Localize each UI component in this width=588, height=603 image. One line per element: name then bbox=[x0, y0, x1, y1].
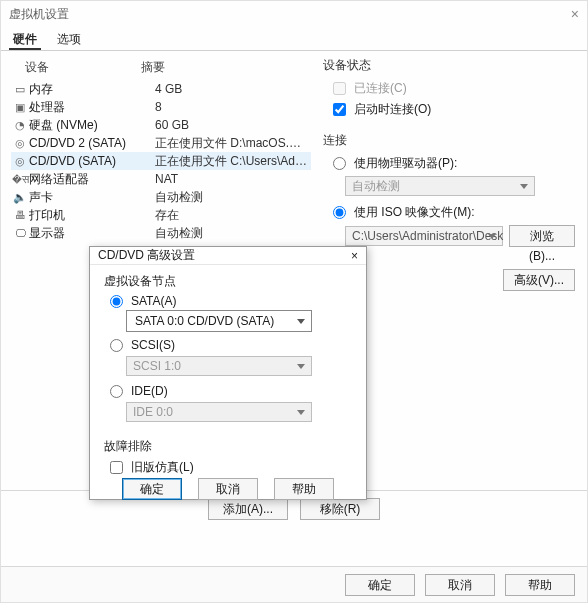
legacy-label: 旧版仿真(L) bbox=[131, 459, 194, 476]
modal-layer: CD/DVD 高级设置 × 虚拟设备节点 SATA(A) SATA 0:0 CD… bbox=[1, 51, 587, 566]
cancel-button[interactable]: 取消 bbox=[425, 574, 495, 596]
sata-node-combo[interactable]: SATA 0:0 CD/DVD (SATA) bbox=[126, 310, 312, 332]
modal-footer: 确定 取消 帮助 bbox=[90, 478, 366, 504]
content-area: 设备 摘要 ▭ 内存 4 GB ▣ 处理器 8 ◔ 硬盘 (NVMe) 60 G… bbox=[1, 51, 587, 566]
modal-close-icon[interactable]: × bbox=[351, 249, 358, 263]
modal-cancel-button[interactable]: 取消 bbox=[198, 478, 258, 500]
ok-button[interactable]: 确定 bbox=[345, 574, 415, 596]
ide-label: IDE(D) bbox=[131, 384, 168, 398]
dialog-footer: 确定 取消 帮助 bbox=[1, 566, 587, 602]
cddvd-advanced-dialog: CD/DVD 高级设置 × 虚拟设备节点 SATA(A) SATA 0:0 CD… bbox=[89, 246, 367, 500]
modal-ok-button[interactable]: 确定 bbox=[122, 478, 182, 500]
sata-label: SATA(A) bbox=[131, 294, 177, 308]
legacy-checkbox[interactable] bbox=[110, 461, 123, 474]
titlebar: 虚拟机设置 × bbox=[1, 1, 587, 27]
scsi-node-combo[interactable]: SCSI 1:0 bbox=[126, 356, 312, 376]
ide-radio[interactable] bbox=[110, 385, 123, 398]
modal-title: CD/DVD 高级设置 bbox=[98, 247, 195, 264]
tab-options[interactable]: 选项 bbox=[53, 27, 85, 50]
help-button[interactable]: 帮助 bbox=[505, 574, 575, 596]
window-title: 虚拟机设置 bbox=[9, 6, 69, 23]
ide-option: IDE(D) bbox=[104, 384, 352, 398]
scsi-radio[interactable] bbox=[110, 339, 123, 352]
window-close-icon[interactable]: × bbox=[571, 6, 579, 22]
modal-titlebar: CD/DVD 高级设置 × bbox=[90, 247, 366, 265]
scsi-option: SCSI(S) bbox=[104, 338, 352, 352]
sata-option: SATA(A) bbox=[104, 294, 352, 308]
tab-hardware[interactable]: 硬件 bbox=[9, 27, 41, 50]
legacy-row: 旧版仿真(L) bbox=[104, 459, 352, 476]
sata-radio[interactable] bbox=[110, 295, 123, 308]
tab-strip: 硬件 选项 bbox=[1, 27, 587, 51]
vm-settings-window: 虚拟机设置 × 硬件 选项 设备 摘要 ▭ 内存 4 GB ▣ 处理器 8 bbox=[0, 0, 588, 603]
trouble-group-label: 故障排除 bbox=[104, 438, 352, 455]
ide-node-combo[interactable]: IDE 0:0 bbox=[126, 402, 312, 422]
modal-body: 虚拟设备节点 SATA(A) SATA 0:0 CD/DVD (SATA) SC… bbox=[90, 265, 366, 478]
modal-help-button[interactable]: 帮助 bbox=[274, 478, 334, 500]
node-group-label: 虚拟设备节点 bbox=[104, 273, 352, 290]
scsi-label: SCSI(S) bbox=[131, 338, 175, 352]
